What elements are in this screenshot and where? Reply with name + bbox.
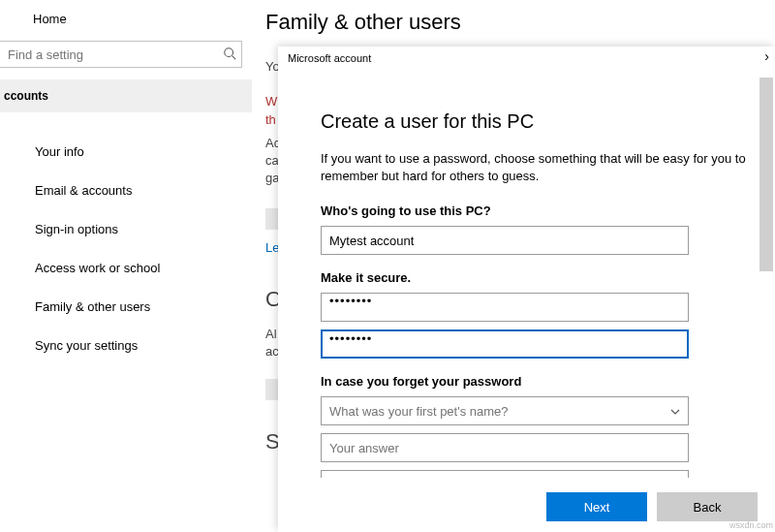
home-nav[interactable]: Home xyxy=(0,0,252,37)
svg-line-1 xyxy=(232,56,236,60)
dialog-footer: Next Back xyxy=(278,482,775,532)
chevron-down-icon xyxy=(670,406,680,417)
settings-sidebar: Home ccounts Your info Email & accounts … xyxy=(0,0,252,532)
search-wrap xyxy=(0,41,252,68)
select-placeholder: What was your first pet's name? xyxy=(329,404,509,419)
nav-label: Your info xyxy=(35,144,84,159)
partial-input[interactable] xyxy=(321,470,689,478)
watermark: wsxdn.com xyxy=(729,520,773,530)
sidebar-item-your-info[interactable]: Your info xyxy=(0,132,252,171)
secure-label: Make it secure. xyxy=(321,270,775,285)
close-icon[interactable]: › xyxy=(764,48,769,64)
page-title: Family & other users xyxy=(265,10,775,35)
security-answer-input[interactable] xyxy=(321,433,689,462)
username-input[interactable] xyxy=(321,226,689,255)
search-input[interactable] xyxy=(0,41,242,68)
back-button[interactable]: Back xyxy=(657,492,758,521)
sidebar-item-email-accounts[interactable]: Email & accounts xyxy=(0,171,252,209)
scrollbar-thumb[interactable] xyxy=(760,78,773,271)
section-header-accounts: ccounts xyxy=(0,79,252,112)
dialog-title: Microsoft account xyxy=(288,52,371,64)
sidebar-item-family-other-users[interactable]: Family & other users xyxy=(0,287,252,326)
nav-label: Email & accounts xyxy=(35,183,132,198)
next-button[interactable]: Next xyxy=(546,492,647,521)
sidebar-item-sync-settings[interactable]: Sync your settings xyxy=(0,326,252,364)
home-label: Home xyxy=(33,12,67,26)
password-input[interactable]: •••••••• xyxy=(321,293,689,322)
dialog-description: If you want to use a password, choose so… xyxy=(321,150,757,184)
nav-list: Your info Email & accounts Sign-in optio… xyxy=(0,132,252,364)
sidebar-item-access-work-school[interactable]: Access work or school xyxy=(0,248,252,287)
security-question-select[interactable]: What was your first pet's name? xyxy=(321,396,689,425)
create-user-dialog: Microsoft account › Create a user for th… xyxy=(278,47,775,532)
sidebar-item-sign-in-options[interactable]: Sign-in options xyxy=(0,209,252,248)
dialog-titlebar: Microsoft account › xyxy=(278,47,775,70)
dialog-heading: Create a user for this PC xyxy=(321,110,775,133)
search-icon xyxy=(223,47,236,63)
nav-label: Sign-in options xyxy=(35,222,118,236)
nav-label: Sync your settings xyxy=(35,338,138,353)
who-label: Who's going to use this PC? xyxy=(321,203,775,218)
svg-point-0 xyxy=(225,48,233,57)
nav-label: Family & other users xyxy=(35,299,150,314)
nav-label: Access work or school xyxy=(35,261,160,275)
confirm-password-input[interactable]: •••••••• xyxy=(321,329,689,359)
forget-label: In case you forget your password xyxy=(321,374,775,389)
